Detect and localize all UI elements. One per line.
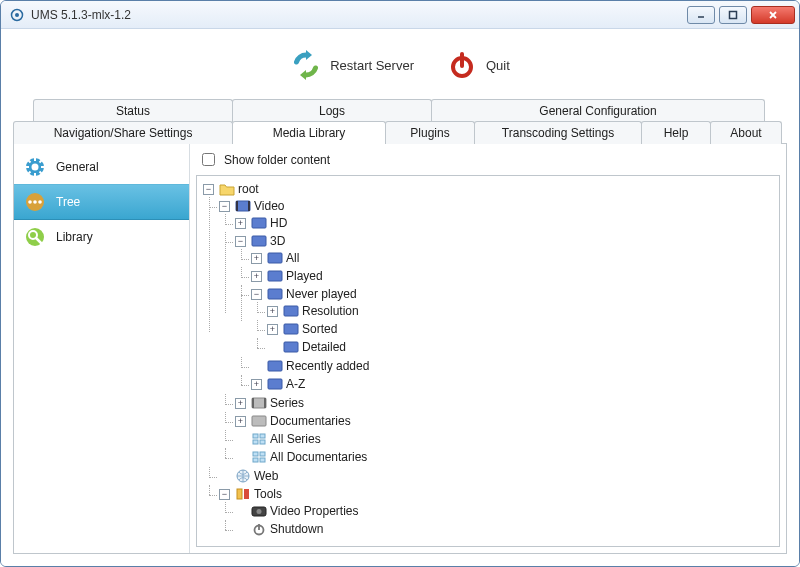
grid-icon xyxy=(251,449,267,465)
video-icon xyxy=(235,198,251,214)
expand-icon[interactable]: + xyxy=(251,379,262,390)
video-icon xyxy=(267,358,283,374)
tab-plugins[interactable]: Plugins xyxy=(385,121,475,144)
collapse-icon[interactable]: − xyxy=(235,236,246,247)
svg-rect-53 xyxy=(237,489,242,499)
svg-point-23 xyxy=(38,200,42,204)
tree-node-detailed[interactable]: Detailed xyxy=(267,339,773,355)
svg-rect-30 xyxy=(252,218,266,228)
svg-rect-45 xyxy=(260,434,265,438)
expand-icon[interactable]: + xyxy=(251,271,262,282)
tree-node-all[interactable]: +All xyxy=(251,250,773,266)
power-icon xyxy=(446,49,478,81)
tree-node-sorted[interactable]: +Sorted xyxy=(267,321,773,337)
tree-node-shutdown[interactable]: Shutdown xyxy=(235,521,773,537)
svg-rect-34 xyxy=(268,289,282,299)
tab-general-configuration[interactable]: General Configuration xyxy=(431,99,765,122)
svg-point-21 xyxy=(28,200,32,204)
collapse-icon[interactable]: − xyxy=(219,489,230,500)
refresh-icon xyxy=(290,49,322,81)
film-icon xyxy=(251,413,267,429)
expand-icon[interactable]: + xyxy=(235,398,246,409)
window-title: UMS 5.1.3-mlx-1.2 xyxy=(31,8,687,22)
svg-marker-6 xyxy=(306,50,312,60)
tab-logs[interactable]: Logs xyxy=(232,99,432,122)
tree-node-tools[interactable]: −Tools xyxy=(219,486,773,502)
window: UMS 5.1.3-mlx-1.2 Restart Server xyxy=(0,0,800,567)
collapse-icon[interactable]: − xyxy=(219,201,230,212)
expand-icon[interactable]: + xyxy=(267,306,278,317)
tree-node-all-series[interactable]: All Series xyxy=(235,431,773,447)
tree-node-3d[interactable]: −3D xyxy=(235,233,773,249)
svg-marker-7 xyxy=(300,70,306,80)
sidebar-item-general[interactable]: General xyxy=(14,150,189,184)
folder-icon xyxy=(219,181,235,197)
expand-icon[interactable]: + xyxy=(235,416,246,427)
restart-server-button[interactable]: Restart Server xyxy=(290,49,414,81)
svg-rect-48 xyxy=(253,452,258,456)
sidebar-item-library[interactable]: Library xyxy=(14,220,189,254)
close-button[interactable] xyxy=(751,6,795,24)
main-pane: General Tree Library xyxy=(13,143,787,554)
tab-help[interactable]: Help xyxy=(641,121,711,144)
svg-rect-46 xyxy=(253,440,258,444)
tree-node-series[interactable]: +Series xyxy=(235,395,773,411)
video-icon xyxy=(267,286,283,302)
maximize-button[interactable] xyxy=(719,6,747,24)
grid-icon xyxy=(251,431,267,447)
tree-node-all-documentaries[interactable]: All Documentaries xyxy=(235,449,773,465)
svg-rect-38 xyxy=(268,361,282,371)
sidebar-item-label: General xyxy=(56,160,99,174)
tree-node-documentaries[interactable]: +Documentaries xyxy=(235,413,773,429)
svg-point-56 xyxy=(257,509,262,514)
video-icon xyxy=(283,321,299,337)
svg-point-22 xyxy=(33,200,37,204)
svg-rect-29 xyxy=(248,201,250,211)
svg-rect-51 xyxy=(260,458,265,462)
video-icon xyxy=(283,303,299,319)
tab-media-library[interactable]: Media Library xyxy=(232,121,386,144)
tree-node-video[interactable]: − Video xyxy=(219,198,773,214)
svg-rect-33 xyxy=(268,271,282,281)
tab-navigation-share[interactable]: Navigation/Share Settings xyxy=(13,121,233,144)
tree-node-a-z[interactable]: +A-Z xyxy=(251,376,773,392)
minimize-button[interactable] xyxy=(687,6,715,24)
svg-point-1 xyxy=(15,13,19,17)
globe-icon xyxy=(235,468,251,484)
quit-button[interactable]: Quit xyxy=(446,49,510,81)
search-icon xyxy=(24,226,46,248)
video-icon xyxy=(267,268,283,284)
tree-node-root[interactable]: − root xyxy=(203,181,773,197)
expand-icon[interactable]: + xyxy=(251,253,262,264)
svg-rect-54 xyxy=(244,489,249,499)
content-area: Show folder content − root xyxy=(190,144,786,553)
tree-node-hd[interactable]: +HD xyxy=(235,215,773,231)
client-area: Restart Server Quit Status Logs General … xyxy=(1,29,799,566)
expand-icon[interactable]: + xyxy=(267,324,278,335)
tab-strip: Status Logs General Configuration Naviga… xyxy=(13,99,787,144)
video-icon xyxy=(251,233,267,249)
show-folder-label: Show folder content xyxy=(224,153,330,167)
tab-transcoding[interactable]: Transcoding Settings xyxy=(474,121,642,144)
collapse-icon[interactable]: − xyxy=(251,289,262,300)
video-icon xyxy=(251,215,267,231)
tree-node-video-properties[interactable]: Video Properties xyxy=(235,503,773,519)
tree-node-web[interactable]: Web xyxy=(219,468,773,484)
tree-node-recently-added[interactable]: Recently added xyxy=(251,358,773,374)
svg-rect-28 xyxy=(236,201,238,211)
tools-icon xyxy=(235,486,251,502)
sidebar-item-tree[interactable]: Tree xyxy=(14,184,189,220)
tree-node-never-played[interactable]: −Never played xyxy=(251,286,773,302)
tab-status[interactable]: Status xyxy=(33,99,233,122)
collapse-icon[interactable]: − xyxy=(203,184,214,195)
expand-icon[interactable]: + xyxy=(235,218,246,229)
svg-rect-50 xyxy=(253,458,258,462)
quit-label: Quit xyxy=(486,58,510,73)
svg-rect-32 xyxy=(268,253,282,263)
film-icon xyxy=(251,395,267,411)
show-folder-checkbox[interactable] xyxy=(202,153,215,166)
tree-node-resolution[interactable]: +Resolution xyxy=(267,303,773,319)
media-tree[interactable]: − root − Video xyxy=(196,175,780,547)
tab-about[interactable]: About xyxy=(710,121,782,144)
tree-node-played[interactable]: +Played xyxy=(251,268,773,284)
